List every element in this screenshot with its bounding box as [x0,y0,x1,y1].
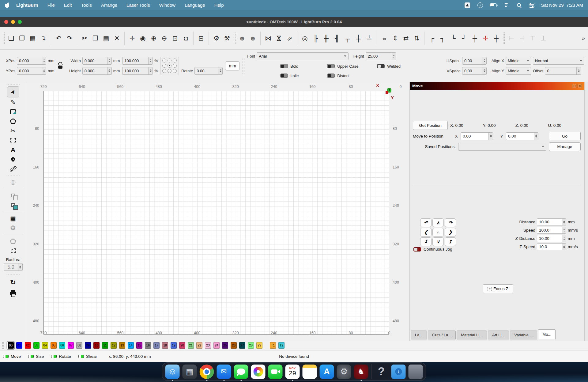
palette-chip[interactable]: 11 [102,342,108,349]
open-file-icon[interactable]: ❐ [17,34,26,43]
tab-art-library[interactable]: Art Li... [488,331,509,339]
anchor-radio[interactable] [168,69,172,73]
tab-cuts-layers[interactable]: Cuts / La... [428,331,456,339]
font-height-spinner[interactable] [392,53,396,60]
send-to-top-icon[interactable]: ⊤ [528,34,537,43]
cut-icon[interactable]: ✂ [80,34,89,43]
apple-menu-icon[interactable] [5,2,9,8]
align-middle-icon[interactable]: ╪ [354,34,363,43]
palette-chip[interactable]: 18 [162,342,168,349]
spotlight-search-icon[interactable] [515,2,522,9]
anchor-radio[interactable] [162,69,166,73]
jog-right-button[interactable]: ❯ [445,228,456,236]
move-x-spinner[interactable] [488,133,493,140]
jog-z-down-button[interactable]: ↧ [420,237,432,246]
menu-item[interactable]: File [47,2,55,8]
finder-dock-icon[interactable]: ☺ [165,365,180,379]
offset-spinner[interactable] [576,67,581,74]
continuous-jog-toggle[interactable] [413,247,421,252]
menubar-app-icon[interactable] [464,2,471,9]
status-toggle[interactable] [51,355,57,358]
import-file-icon[interactable]: ↴ [39,34,48,43]
anchor-radio[interactable] [173,69,177,73]
align-x-select[interactable]: Middle [506,57,531,65]
radius-spinner[interactable] [18,263,22,270]
palette-chip[interactable]: 19 [171,342,177,349]
grid-array-tool[interactable]: ▦ [7,214,19,223]
field-spinner[interactable] [562,227,566,233]
jog-left-button[interactable]: ❮ [420,228,432,236]
polygon-tool[interactable] [7,116,19,126]
font-height-input[interactable]: 25.00 [366,52,396,60]
flip-horizontal-icon[interactable]: ⋈ [264,34,273,43]
palette-chip[interactable]: 09 [85,342,91,349]
zoom-in-icon[interactable]: ⊕ [149,34,158,43]
workspace[interactable]: 720640560480400320240160800 720640560480… [26,82,409,341]
workspace-grid[interactable] [43,91,389,335]
float-panel-icon[interactable]: ❐ [572,84,576,88]
rectangle-tool[interactable] [7,107,19,116]
menu-item[interactable]: Language [185,2,205,8]
jog-rotate-cw-button[interactable]: ↷ [445,218,456,227]
downloads-dock-icon[interactable]: ↓ [391,365,406,379]
palette-chip[interactable]: 03 [33,342,40,349]
zoom-to-page-icon[interactable]: ◉ [138,34,147,43]
mail-dock-icon[interactable]: ✉ [217,365,231,379]
palette-chip[interactable]: 29 [256,342,262,349]
radius-input[interactable]: 5.0 [4,263,23,271]
width-percent-spinner[interactable] [148,57,153,64]
preview-icon[interactable]: ⊟ [197,34,205,43]
palette-chip[interactable]: 13 [119,342,125,349]
jog-down-button[interactable]: ∨ [432,237,444,246]
field-spinner[interactable] [562,235,566,242]
tab-move[interactable]: Mo... [538,329,556,339]
send-to-right-icon[interactable]: ⊣ [518,34,526,43]
menu-item[interactable]: Arrange [101,2,117,8]
tab-variable-text[interactable]: Variable ... [510,331,537,339]
menu-item[interactable]: Laser Tools [126,2,150,8]
move-y-input[interactable]: 0.00 [506,132,538,140]
origin-top-left-icon[interactable]: ┌ [428,34,436,43]
laser-position-icon[interactable]: ✛ [481,34,490,43]
menu-item[interactable]: Edit [64,2,72,8]
distribute-v-icon[interactable]: ⇅ [412,34,421,43]
anchor-radio[interactable] [168,64,172,68]
field-spinner[interactable] [562,219,566,225]
anchor-radio[interactable] [173,59,177,62]
offset-shapes-tool[interactable]: ◎ [7,177,19,187]
text-tool[interactable]: A [7,145,19,154]
messages-dock-icon[interactable] [234,365,248,379]
missing-app-dock-icon[interactable]: ? [374,365,389,379]
palette-chip[interactable]: 15 [136,342,142,349]
measure-tool[interactable] [7,164,19,173]
palette-chip[interactable]: T2 [278,342,285,349]
palette-chip[interactable]: 16 [145,342,151,349]
height-input[interactable]: 0.000 [82,67,112,75]
align-top-icon[interactable]: ╤ [343,34,352,43]
boolean-union-tool[interactable] [7,191,19,200]
jog-z-up-button[interactable]: ↥ [445,237,456,246]
community-icon[interactable]: ☻ [238,34,247,43]
appstore-dock-icon[interactable]: A [320,365,334,379]
move-y-spinner[interactable] [534,133,538,140]
toolbar-overflow-icon[interactable]: » [582,35,585,42]
field-input[interactable]: 10.0 [537,243,566,250]
hspace-input[interactable]: 0.00 [462,57,487,65]
launchpad-dock-icon[interactable]: ▦ [183,365,197,379]
palette-chip[interactable]: 04 [42,342,48,349]
mirror-across-line-icon[interactable]: ⇗ [285,34,294,43]
jog-up-button[interactable]: ∧ [432,218,444,227]
welded-toggle[interactable] [377,64,385,68]
origin-bottom-left-icon[interactable]: └ [449,34,458,43]
units-button[interactable]: mm [225,61,240,70]
zoom-out-icon[interactable]: ⊖ [160,34,169,43]
width-input[interactable]: 0.000 [82,57,112,65]
position-laser-tool[interactable] [7,154,19,164]
focus-z-button[interactable]: + Focus Z [483,284,513,293]
field-input[interactable]: 10.00 [537,235,566,242]
palette-chip[interactable]: 28 [248,342,254,349]
align-right-icon[interactable]: ╢ [333,34,341,43]
control-center-icon[interactable] [528,2,535,9]
move-x-input[interactable]: 0.00 [461,132,493,140]
user-account-icon[interactable]: ☻ [248,34,257,43]
